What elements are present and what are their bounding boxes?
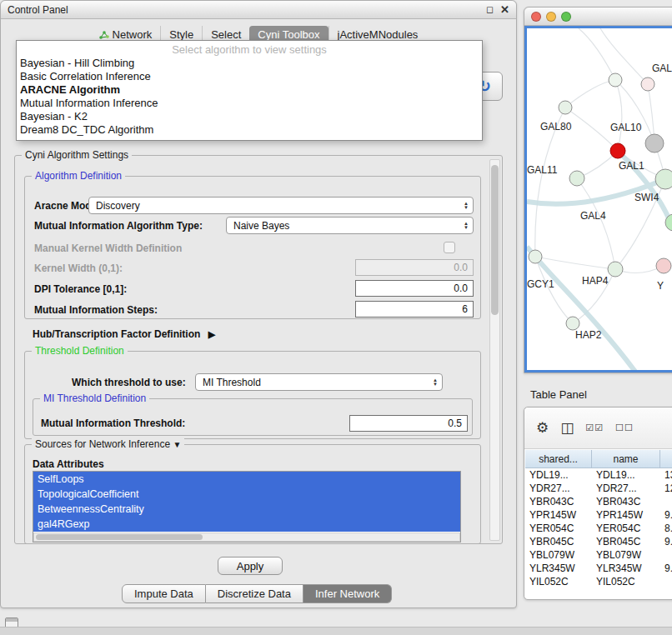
network-node[interactable] [645, 134, 664, 152]
kernel-width-input [355, 259, 474, 276]
tab-impute-data[interactable]: Impute Data [122, 584, 206, 603]
network-node[interactable] [569, 171, 584, 186]
control-panel-titlebar[interactable]: Control Panel ◻ ✕ [1, 1, 516, 19]
aracne-mode-combo[interactable]: Discovery ▲▼ [88, 197, 474, 214]
kernel-width-label: Kernel Width (0,1): [34, 262, 123, 274]
table-row[interactable]: YER054C YER054C 8. [525, 522, 672, 535]
node-label: SWI4 [634, 192, 659, 203]
table-cell: YIL052C [525, 575, 592, 588]
node-label: GAL10 [610, 122, 641, 133]
column-header-shared-name[interactable]: shared... [525, 450, 592, 468]
network-node[interactable] [641, 78, 654, 91]
list-item[interactable]: gal4RGexp [33, 517, 460, 532]
node-label: Y [657, 280, 664, 292]
tab-label: Infer Network [315, 588, 379, 600]
table-cell: 12 [660, 482, 672, 495]
network-tab-icon [99, 30, 109, 40]
table-cell: YDL19... [525, 468, 592, 482]
table-cell: YBL079W [592, 548, 660, 562]
table-row[interactable]: YIL052C YIL052C [525, 575, 672, 588]
table-header: shared... name [525, 450, 672, 468]
columns-icon[interactable]: ◫ [560, 419, 574, 437]
network-node[interactable] [609, 73, 622, 87]
table-row[interactable]: YDR27... YDR27... 12 [525, 482, 672, 495]
table-row[interactable]: YPR145W YPR145W 9. [525, 508, 672, 522]
table-row[interactable]: YBL079W YBL079W [525, 548, 672, 562]
mi-threshold-label: Mutual Information Threshold: [41, 418, 185, 429]
zoom-traffic-icon[interactable] [561, 12, 571, 22]
popup-placeholder: Select algorithm to view settings [17, 42, 482, 57]
table-row[interactable]: YLR345W YLR345W 9. [525, 562, 672, 575]
mi-type-value: Naive Bayes [233, 220, 289, 232]
select-all-icon[interactable]: ☑☑ [585, 422, 604, 433]
table-row[interactable]: YBR045C YBR045C 9. [525, 535, 672, 548]
network-node[interactable] [566, 317, 579, 330]
tab-discretize-data[interactable]: Discretize Data [206, 584, 303, 603]
table-row[interactable]: YBR043C YBR043C [525, 495, 672, 508]
node-label: GCY1 [527, 278, 554, 290]
desktop: Control Panel ◻ ✕ Network Style Select C… [0, 0, 672, 635]
float-window-icon[interactable]: ◻ [486, 4, 494, 15]
node-label: HAP2 [575, 329, 601, 341]
network-node[interactable] [655, 169, 672, 189]
popup-item-bayesian-k2[interactable]: Bayesian - K2 [17, 110, 482, 123]
network-node[interactable] [608, 262, 623, 277]
mi-type-combo[interactable]: Naive Bayes ▲▼ [226, 217, 474, 234]
column-header-name[interactable]: name [592, 450, 660, 468]
table-row[interactable]: YDL19... YDL19... 13 [525, 468, 672, 482]
deselect-all-icon[interactable]: ☐☐ [615, 422, 634, 433]
settings-scrollbar[interactable] [489, 159, 500, 541]
network-node[interactable] [656, 258, 671, 273]
network-node[interactable] [559, 101, 572, 114]
node-label: GAL4 [580, 210, 606, 222]
bottom-tabs: Impute Data Discretize Data Infer Networ… [122, 584, 392, 603]
apply-button[interactable]: Apply [218, 557, 283, 575]
table-cell: YDR27... [525, 482, 592, 495]
table-cell: YER054C [525, 522, 592, 535]
scrollbar-thumb[interactable] [36, 534, 203, 540]
which-threshold-combo[interactable]: MI Threshold ▲▼ [195, 373, 443, 391]
list-hscrollbar[interactable] [33, 532, 460, 542]
data-attributes-label: Data Attributes [33, 458, 104, 470]
threshold-definition-title: Threshold Definition [32, 345, 128, 357]
list-item[interactable]: BetweennessCentrality [33, 502, 460, 517]
tab-infer-network[interactable]: Infer Network [303, 584, 392, 603]
list-item[interactable]: SelfLoops [33, 472, 460, 487]
table-panel-label: Table Panel [530, 388, 587, 401]
data-attributes-list[interactable]: SelfLoops TopologicalCoefficient Between… [33, 471, 461, 542]
mi-threshold-input[interactable] [349, 415, 468, 432]
network-canvas[interactable]: GAL GAL80 GAL10 GAL11 GAL1 SWI4 GAL4 GCY… [524, 26, 672, 372]
close-traffic-icon[interactable] [531, 12, 541, 22]
sources-title[interactable]: Sources for Network Inference ▼ [32, 438, 184, 450]
dpi-tolerance-input[interactable] [355, 280, 474, 297]
popup-item-aracne[interactable]: ARACNE Algorithm [17, 83, 482, 97]
tab-label: Select [211, 28, 241, 41]
column-header-extra[interactable] [660, 450, 672, 468]
mi-steps-input[interactable] [355, 301, 474, 318]
hub-section-toggle[interactable]: Hub/Transcription Factor Definition ▶ [33, 328, 215, 340]
control-panel-window: Control Panel ◻ ✕ Network Style Select C… [0, 0, 517, 608]
scrollbar-thumb[interactable] [491, 165, 499, 315]
manual-kernel-checkbox [444, 242, 455, 253]
popup-item-dream8[interactable]: Dream8 DC_TDC Algorithm [17, 123, 482, 137]
minimize-traffic-icon[interactable] [546, 12, 556, 22]
table-cell: YBR043C [525, 495, 592, 508]
sources-title-text: Sources for Network Inference [35, 438, 170, 450]
close-icon[interactable]: ✕ [500, 3, 509, 16]
popup-item-mutual-information[interactable]: Mutual Information Inference [17, 97, 482, 110]
network-window-titlebar[interactable] [524, 8, 672, 26]
mi-steps-label: Mutual Information Steps: [34, 304, 158, 316]
apply-button-label: Apply [237, 560, 264, 572]
table-cell: 9. [660, 508, 672, 522]
network-node[interactable] [529, 250, 542, 263]
list-item[interactable]: TopologicalCoefficient [33, 487, 460, 502]
gear-icon[interactable]: ⚙ [536, 419, 549, 437]
popup-item-basic-correlation[interactable]: Basic Correlation Inference [17, 70, 482, 83]
dpi-tolerance-label: DPI Tolerance [0,1]: [34, 283, 127, 295]
settings-group-title: Cyni Algorithm Settings [22, 149, 132, 161]
table-cell: 9. [660, 562, 672, 575]
table-cell: YPR145W [592, 508, 660, 522]
network-node-selected-red[interactable] [610, 143, 625, 158]
popup-item-bayesian-hill-climbing[interactable]: Bayesian - Hill Climbing [17, 57, 482, 70]
manual-kernel-label: Manual Kernel Width Definition [34, 242, 182, 254]
